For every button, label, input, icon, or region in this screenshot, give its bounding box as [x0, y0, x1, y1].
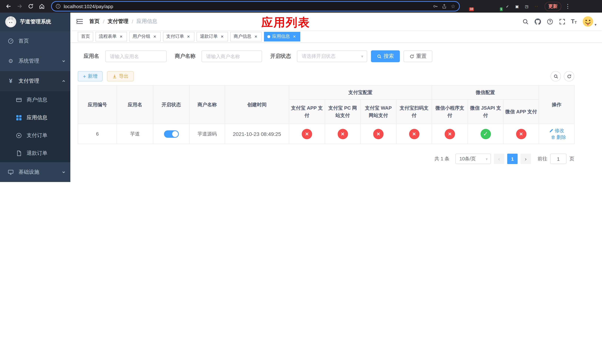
- refresh-icon: [409, 54, 414, 59]
- app-title: 芋道管理系统: [20, 19, 51, 25]
- fullscreen-icon[interactable]: [559, 18, 565, 25]
- breadcrumb-current: 应用信息: [137, 18, 157, 25]
- wechat-mini-status-icon: ×: [445, 129, 455, 139]
- delete-link[interactable]: 删除: [551, 134, 566, 140]
- tab-refund-orders[interactable]: 退款订单×: [197, 32, 228, 41]
- col-app-name: 应用名: [117, 85, 153, 124]
- extension-icon-puzzle[interactable]: ◳: [524, 3, 530, 10]
- grid-icon: [16, 114, 22, 121]
- search-icon[interactable]: [522, 18, 529, 25]
- close-icon[interactable]: ×: [152, 34, 157, 39]
- page-content: 应用名 商户名称 开启状态 请选择开启状态 ▾ 搜索: [70, 43, 602, 182]
- url-text[interactable]: localhost:1024/pay/app: [64, 3, 430, 9]
- next-page-button[interactable]: ›: [521, 154, 531, 164]
- reset-button[interactable]: 重置: [404, 50, 432, 62]
- tab-process-form[interactable]: 流程表单×: [96, 32, 127, 41]
- tab-merchant-info[interactable]: 商户信息×: [230, 32, 262, 41]
- close-icon[interactable]: ×: [220, 34, 225, 39]
- export-button[interactable]: 导出: [107, 71, 134, 81]
- gear-icon: ⚙: [7, 58, 14, 64]
- page-number-active[interactable]: 1: [507, 154, 517, 164]
- site-info-icon[interactable]: [55, 4, 61, 9]
- share-icon[interactable]: [442, 4, 447, 9]
- add-button[interactable]: + 新增: [78, 71, 103, 81]
- user-avatar[interactable]: ▾: [582, 16, 596, 27]
- extension-icon-chat[interactable]: ▣: [514, 3, 520, 10]
- browser-update-button[interactable]: 更新: [545, 2, 561, 11]
- page-size-select[interactable]: 10条/页 ▾: [455, 154, 491, 164]
- tab-app-info[interactable]: 应用信息×: [264, 32, 300, 41]
- extension-icon-dark[interactable]: [485, 3, 491, 10]
- extension-icon-check[interactable]: ✓: [504, 3, 511, 10]
- font-size-icon[interactable]: TT: [571, 19, 577, 24]
- status-toggle[interactable]: [164, 130, 179, 138]
- search-icon: [377, 54, 382, 59]
- close-icon[interactable]: ×: [118, 34, 124, 39]
- bookmark-star-icon[interactable]: ☆: [451, 3, 455, 9]
- chevron-up-icon: [62, 79, 66, 83]
- merchant-name-label: 商户名称: [175, 53, 195, 60]
- extension-icon-drop[interactable]: [475, 3, 482, 10]
- col-wechat-jsapi: 微信 JSAPI 支付: [468, 99, 503, 124]
- close-icon[interactable]: ×: [292, 34, 297, 39]
- sidebar-item-pay-orders[interactable]: 支付订单: [0, 127, 70, 144]
- plus-icon: +: [83, 73, 86, 79]
- breadcrumb-payment[interactable]: 支付管理: [108, 18, 129, 25]
- col-app-id: 应用编号: [78, 85, 117, 124]
- sidebar-item-merchant-info[interactable]: 商户信息: [0, 91, 70, 109]
- tab-home[interactable]: 首页: [78, 32, 93, 41]
- status-select[interactable]: 请选择开启状态 ▾: [297, 50, 367, 62]
- toggle-search-button[interactable]: [550, 71, 561, 81]
- app-name-input[interactable]: [105, 50, 167, 62]
- card-icon: [16, 97, 22, 103]
- refresh-table-button[interactable]: [564, 71, 574, 81]
- close-icon[interactable]: ×: [186, 34, 191, 39]
- extension-icon-color[interactable]: 1: [495, 3, 501, 10]
- sidebar-item-home[interactable]: 首页: [0, 31, 70, 51]
- extension-icon-grid[interactable]: 10: [466, 3, 472, 10]
- browser-menu-icon[interactable]: ⋮: [565, 3, 570, 10]
- col-wechat-app: 微信 APP 支付: [503, 99, 539, 124]
- chevron-down-icon: [62, 170, 66, 174]
- browser-back-button[interactable]: [4, 1, 13, 11]
- screen: localhost:1024/pay/app ☆ 10 1 ✓ ▣ ◳ • • …: [0, 0, 602, 182]
- tab-pay-orders[interactable]: 支付订单×: [163, 32, 194, 41]
- col-alipay-app: 支付宝 APP 支付: [289, 99, 325, 124]
- app-logo: [5, 16, 16, 27]
- url-bar[interactable]: localhost:1024/pay/app ☆: [51, 1, 460, 11]
- breadcrumb-home[interactable]: 首页: [89, 18, 100, 25]
- github-icon[interactable]: [534, 18, 541, 25]
- sidebar-item-refund-orders[interactable]: 退款订单: [0, 144, 70, 162]
- tab-user-group[interactable]: 用户分组×: [129, 32, 161, 41]
- merchant-name-input[interactable]: [201, 50, 262, 62]
- sidebar-item-system[interactable]: ⚙ 系统管理: [0, 51, 70, 71]
- filter-form: 应用名 商户名称 开启状态 请选择开启状态 ▾ 搜索: [78, 50, 574, 62]
- goto-page-input[interactable]: [550, 154, 567, 164]
- prev-page-button[interactable]: ‹: [494, 154, 504, 164]
- help-icon[interactable]: [547, 18, 553, 25]
- col-group-alipay: 支付宝配置: [289, 85, 432, 99]
- browser-refresh-button[interactable]: [26, 1, 35, 11]
- browser-home-button[interactable]: [37, 1, 47, 11]
- trash-icon: [551, 135, 555, 139]
- col-group-wechat: 微信配置: [432, 85, 539, 99]
- col-status: 开启状态: [153, 85, 189, 124]
- edit-link[interactable]: 修改: [549, 127, 564, 134]
- download-icon: [112, 74, 117, 79]
- extension-icon-face[interactable]: • •: [533, 3, 539, 10]
- table-row: 6 芋道 芋道源码 2021-10-23 08:49:25 × × × × × …: [78, 124, 574, 144]
- password-key-icon[interactable]: [433, 4, 438, 9]
- sidebar-item-infra[interactable]: 基础设施: [0, 162, 70, 182]
- sidebar-item-app-info[interactable]: 应用信息: [0, 109, 70, 127]
- col-actions: 操作: [539, 85, 574, 124]
- sidebar-toggle-icon[interactable]: [76, 18, 83, 25]
- browser-forward-button[interactable]: [15, 1, 24, 11]
- active-dot: [267, 35, 270, 38]
- browser-chrome: localhost:1024/pay/app ☆ 10 1 ✓ ▣ ◳ • • …: [0, 0, 602, 13]
- sidebar-item-payment[interactable]: ¥ 支付管理: [0, 71, 70, 91]
- chevron-down-icon: ▾: [361, 54, 363, 59]
- close-icon[interactable]: ×: [253, 34, 258, 39]
- record-circle-icon: [16, 132, 22, 139]
- search-button[interactable]: 搜索: [371, 50, 400, 62]
- app-logo-row[interactable]: 芋道管理系统: [0, 13, 70, 31]
